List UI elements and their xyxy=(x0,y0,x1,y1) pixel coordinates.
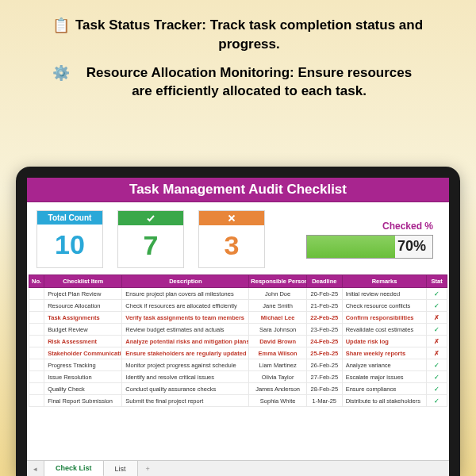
tab-add[interactable]: + xyxy=(138,461,158,476)
cell-person[interactable]: James Anderson xyxy=(249,383,307,395)
tab-check-list[interactable]: Check List xyxy=(44,461,104,476)
checklist-table-wrap: No. Checklist Item Description Responsib… xyxy=(27,274,449,407)
cell-desc[interactable]: Analyze potential risks and mitigation p… xyxy=(122,336,249,347)
check-icon xyxy=(118,211,183,225)
cell-deadline[interactable]: 25-Feb-25 xyxy=(306,347,342,359)
cell-desc[interactable]: Check if resources are allocated efficie… xyxy=(122,300,249,312)
cell-deadline[interactable]: 26-Feb-25 xyxy=(306,359,342,371)
cell-item[interactable]: Issue Resolution xyxy=(44,371,122,383)
cell-no[interactable] xyxy=(29,312,44,324)
col-item[interactable]: Checklist Item xyxy=(44,275,122,288)
promo-line-1-rest: Track task completion status and progres… xyxy=(210,17,423,52)
cell-person[interactable]: Liam Martinez xyxy=(249,359,307,371)
cell-no[interactable] xyxy=(29,336,44,347)
cell-desc[interactable]: Verify task assignments to team members xyxy=(122,312,249,324)
cell-deadline[interactable]: 24-Feb-25 xyxy=(306,336,342,347)
cell-status[interactable]: ✓ xyxy=(427,383,447,395)
cell-remarks[interactable]: Update risk log xyxy=(342,336,427,347)
cell-no[interactable] xyxy=(29,371,44,383)
cell-item[interactable]: Progress Tracking xyxy=(44,359,122,371)
checked-pct-label: Checked % xyxy=(382,221,433,232)
cell-no[interactable] xyxy=(29,288,44,300)
cell-remarks[interactable]: Escalate major issues xyxy=(342,371,427,383)
cell-remarks[interactable]: Ensure compliance xyxy=(342,383,427,395)
table-row[interactable]: Budget ReviewReview budget estimates and… xyxy=(29,324,447,336)
table-row[interactable]: Issue ResolutionIdentify and resolve cri… xyxy=(29,371,447,383)
table-row[interactable]: Stakeholder CommunicationEnsure stakehol… xyxy=(29,347,447,359)
cell-no[interactable] xyxy=(29,324,44,336)
cell-deadline[interactable]: 27-Feb-25 xyxy=(306,371,342,383)
checklist-table[interactable]: No. Checklist Item Description Responsib… xyxy=(29,274,447,407)
cell-status[interactable]: ✗ xyxy=(427,336,447,347)
cell-status[interactable]: ✗ xyxy=(427,347,447,359)
cell-desc[interactable]: Conduct quality assurance checks xyxy=(122,383,249,395)
cell-item[interactable]: Resource Allocation xyxy=(44,300,122,312)
cell-person[interactable]: Emma Wilson xyxy=(249,347,307,359)
col-desc[interactable]: Description xyxy=(122,275,249,288)
cell-deadline[interactable]: 23-Feb-25 xyxy=(306,324,342,336)
cell-person[interactable]: David Brown xyxy=(249,336,307,347)
cell-status[interactable]: ✓ xyxy=(427,288,447,300)
cell-status[interactable]: ✓ xyxy=(427,359,447,371)
cell-person[interactable]: Sophia White xyxy=(249,395,307,407)
cell-remarks[interactable]: Initial review needed xyxy=(342,288,427,300)
cell-person[interactable]: Olivia Taylor xyxy=(249,371,307,383)
cell-no[interactable] xyxy=(29,395,44,407)
cell-remarks[interactable]: Distribute to all stakeholders xyxy=(342,395,427,407)
table-row[interactable]: Quality CheckConduct quality assurance c… xyxy=(29,383,447,395)
cell-item[interactable]: Quality Check xyxy=(44,383,122,395)
col-status[interactable]: Stat xyxy=(427,275,447,288)
cell-deadline[interactable]: 20-Feb-25 xyxy=(306,288,342,300)
cell-person[interactable]: Sara Johnson xyxy=(249,324,307,336)
cell-desc[interactable]: Monitor project progress against schedul… xyxy=(122,359,249,371)
cell-item[interactable]: Budget Review xyxy=(44,324,122,336)
cell-no[interactable] xyxy=(29,347,44,359)
cell-remarks[interactable]: Share weekly reports xyxy=(342,347,427,359)
table-row[interactable]: Task AssignmentsVerify task assignments … xyxy=(29,312,447,324)
table-row[interactable]: Risk AssessmentAnalyze potential risks a… xyxy=(29,336,447,347)
cell-status[interactable]: ✓ xyxy=(427,371,447,383)
cell-person[interactable]: Jane Smith xyxy=(249,300,307,312)
cell-item[interactable]: Project Plan Review xyxy=(44,288,122,300)
cell-desc[interactable]: Ensure project plan covers all milestone… xyxy=(122,288,249,300)
cell-status[interactable]: ✗ xyxy=(427,312,447,324)
table-row[interactable]: Resource AllocationCheck if resources ar… xyxy=(29,300,447,312)
cell-remarks[interactable]: Analyze variance xyxy=(342,359,427,371)
col-remarks[interactable]: Remarks xyxy=(342,275,427,288)
table-row[interactable]: Progress TrackingMonitor project progres… xyxy=(29,359,447,371)
cell-status[interactable]: ✓ xyxy=(427,300,447,312)
cell-desc[interactable]: Identify and resolve critical issues xyxy=(122,371,249,383)
laptop-frame: Task Management Audit Checklist Total Co… xyxy=(16,167,460,476)
progress-pct-value: 70% xyxy=(397,236,426,258)
cell-desc[interactable]: Submit the final project report xyxy=(122,395,249,407)
cell-status[interactable]: ✓ xyxy=(427,395,447,407)
cell-person[interactable]: John Doe xyxy=(249,288,307,300)
cell-remarks[interactable]: Revalidate cost estimates xyxy=(342,324,427,336)
cell-no[interactable] xyxy=(29,383,44,395)
cell-deadline[interactable]: 1-Mar-25 xyxy=(306,395,342,407)
progress-bar: 70% xyxy=(306,235,433,259)
cell-status[interactable]: ✓ xyxy=(427,324,447,336)
cell-deadline[interactable]: 22-Feb-25 xyxy=(306,312,342,324)
cell-no[interactable] xyxy=(29,300,44,312)
table-row[interactable]: Project Plan ReviewEnsure project plan c… xyxy=(29,288,447,300)
cell-person[interactable]: Michael Lee xyxy=(249,312,307,324)
col-no[interactable]: No. xyxy=(29,275,44,288)
cell-item[interactable]: Task Assignments xyxy=(44,312,122,324)
cell-no[interactable] xyxy=(29,359,44,371)
cell-remarks[interactable]: Check resource conflicts xyxy=(342,300,427,312)
cell-desc[interactable]: Review budget estimates and actuals xyxy=(122,324,249,336)
col-person[interactable]: Responsible Person xyxy=(249,275,307,288)
tab-nav-spacer[interactable]: ◂ xyxy=(27,461,44,476)
table-row[interactable]: Final Report SubmissionSubmit the final … xyxy=(29,395,447,407)
cell-item[interactable]: Final Report Submission xyxy=(44,395,122,407)
cell-desc[interactable]: Ensure stakeholders are regularly update… xyxy=(122,347,249,359)
cell-item[interactable]: Risk Assessment xyxy=(44,336,122,347)
tab-list[interactable]: List xyxy=(104,461,138,476)
col-deadline[interactable]: Deadline xyxy=(306,275,342,288)
cell-item[interactable]: Stakeholder Communication xyxy=(44,347,122,359)
cell-deadline[interactable]: 21-Feb-25 xyxy=(306,300,342,312)
cell-deadline[interactable]: 28-Feb-25 xyxy=(306,383,342,395)
progress-fill xyxy=(307,236,395,258)
cell-remarks[interactable]: Confirm responsibilities xyxy=(342,312,427,324)
